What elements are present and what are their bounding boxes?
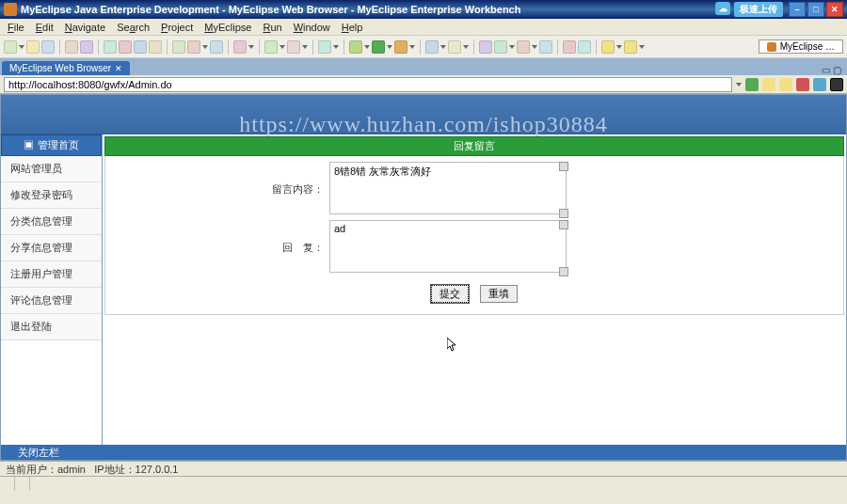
tool-icon[interactable] [65,40,78,54]
resize-handle-icon[interactable] [559,267,568,276]
tab-label: MyEclipse Web Browser [9,63,111,73]
submit-button[interactable]: 提交 [431,285,469,303]
run-icon[interactable] [372,40,385,54]
dropdown-icon[interactable] [302,45,308,49]
dropdown-icon[interactable] [280,45,285,49]
sidebar-header[interactable]: ▣ 管理首页 [1,134,102,156]
tool-icon[interactable] [210,40,223,54]
debug-icon[interactable] [394,40,408,54]
upload-badge[interactable]: 极速上传 [734,2,783,17]
dropdown-icon[interactable] [333,45,339,49]
forward-icon[interactable] [624,40,637,54]
menu-project[interactable]: Project [155,22,199,33]
menu-navigate[interactable]: Navigate [59,22,111,33]
tool-icon[interactable] [563,40,576,54]
back-icon[interactable] [601,40,615,54]
dropdown-icon[interactable] [463,45,469,49]
menu-help[interactable]: Help [336,22,369,33]
minimize-button[interactable]: – [789,2,806,17]
nav-back-icon[interactable] [762,78,775,91]
dropdown-icon[interactable] [509,45,515,49]
toolbar: MyEclipse … [0,36,847,58]
menu-myeclipse[interactable]: MyEclipse [199,22,257,33]
fullscreen-icon[interactable] [830,78,843,91]
menu-edit[interactable]: Edit [30,22,59,33]
cloud-icon[interactable]: ☁ [715,2,730,15]
sidebar-item-logout[interactable]: 退出登陆 [1,314,102,340]
tool-icon[interactable] [172,40,185,54]
dropdown-icon[interactable] [387,45,392,49]
reply-field[interactable] [329,220,567,273]
tool-icon[interactable] [264,40,278,54]
message-content-field [329,162,567,214]
reset-button[interactable]: 重填 [480,285,518,303]
view-controls: ▭ ▢ [822,65,847,75]
menu-window[interactable]: Window [288,22,336,33]
dropdown-icon[interactable] [248,45,254,49]
save-icon[interactable] [41,40,55,54]
resize-handle-icon[interactable] [559,220,568,229]
tool-icon[interactable] [149,40,162,54]
tool-icon[interactable] [349,40,362,54]
url-bar [0,75,847,94]
tool-icon[interactable] [233,40,247,54]
sidebar-item-change-password[interactable]: 修改登录密码 [1,182,102,209]
refresh-icon[interactable] [813,78,826,91]
dropdown-icon[interactable] [364,45,370,49]
minimize-view-icon[interactable]: ▭ [822,65,830,75]
dropdown-icon[interactable] [616,45,622,49]
resize-handle-icon[interactable] [559,162,568,171]
dropdown-icon[interactable] [409,45,415,49]
tab-browser[interactable]: MyEclipse Web Browser ✕ [2,61,130,75]
tool-icon[interactable] [517,40,530,54]
sidebar-item-comment-mgmt[interactable]: 评论信息管理 [1,288,102,314]
app-icon [4,3,17,16]
go-icon[interactable] [745,78,759,91]
dropdown-icon[interactable] [202,45,208,49]
sidebar-item-share-mgmt[interactable]: 分享信息管理 [1,235,102,261]
open-icon[interactable] [26,40,40,54]
tool-icon[interactable] [539,40,552,54]
dropdown-icon[interactable] [19,45,24,49]
status-ip: 127.0.0.1 [136,464,179,475]
perspective-label: MyEclipse … [780,41,835,52]
menu-file[interactable]: File [2,22,30,33]
sidebar-item-site-admin[interactable]: 网站管理员 [1,156,102,182]
nav-forward-icon[interactable] [779,78,792,91]
tool-icon[interactable] [578,40,591,54]
url-dropdown-icon[interactable] [736,83,742,87]
tool-icon[interactable] [494,40,507,54]
window-titlebar: MyEclipse Java Enterprise Development - … [0,0,847,19]
status-user: admin [57,464,86,475]
close-button[interactable]: ✕ [826,2,843,17]
menu-search[interactable]: Search [111,22,155,33]
tool-icon[interactable] [134,40,147,54]
sidebar-item-user-mgmt[interactable]: 注册用户管理 [1,261,102,288]
stop-icon[interactable] [796,78,809,91]
page-status-bar: 当前用户：admin IP地址：127.0.0.1 [0,461,847,476]
tool-icon[interactable] [80,40,93,54]
sidebar-item-category-mgmt[interactable]: 分类信息管理 [1,209,102,235]
status-user-label: 当前用户： [6,464,57,475]
resize-handle-icon[interactable] [559,209,568,218]
dropdown-icon[interactable] [440,45,446,49]
tool-icon[interactable] [479,40,492,54]
dropdown-icon[interactable] [639,45,645,49]
dropdown-icon[interactable] [532,45,537,49]
tool-icon[interactable] [287,40,300,54]
url-input[interactable] [4,77,732,92]
menu-run[interactable]: Run [257,22,287,33]
tool-icon[interactable] [448,40,461,54]
perspective-tab[interactable]: MyEclipse … [759,39,843,54]
maximize-view-icon[interactable]: ▢ [833,65,841,75]
browser-viewport: https://www.huzhan.com/ishop30884 ▣ 管理首页… [0,94,847,461]
collapse-sidebar-bar[interactable]: 关闭左栏 [1,445,846,460]
tool-icon[interactable] [187,40,200,54]
tool-icon[interactable] [104,40,117,54]
maximize-button[interactable]: □ [807,2,824,17]
tool-icon[interactable] [318,40,331,54]
tab-close-icon[interactable]: ✕ [115,64,122,73]
tool-icon[interactable] [119,40,132,54]
new-icon[interactable] [4,40,17,54]
tool-icon[interactable] [425,40,439,54]
